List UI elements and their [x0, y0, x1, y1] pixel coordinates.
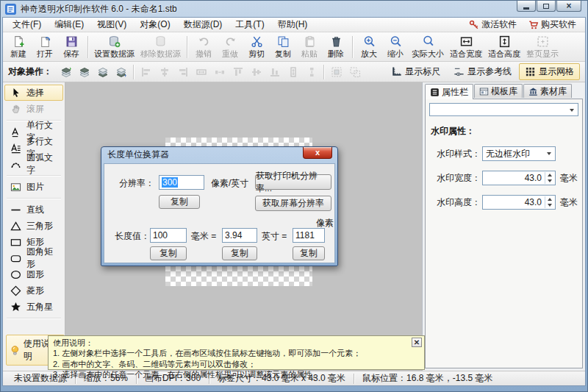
tool-select-label: 选择: [26, 87, 44, 99]
watermark-style-select[interactable]: 无边框水印: [482, 146, 556, 161]
equal-width-button[interactable]: [192, 64, 210, 80]
length-mm-input[interactable]: 100: [150, 228, 187, 243]
tab-templates[interactable]: 模板库: [474, 84, 523, 98]
tool-triangle[interactable]: 三角形: [4, 218, 63, 234]
align-right-button[interactable]: [173, 64, 192, 80]
minimize-button[interactable]: [517, 1, 536, 12]
tab-materials[interactable]: 素材库: [523, 84, 572, 98]
stepper-arrows[interactable]: [545, 196, 554, 208]
watermark-width-stepper[interactable]: 43.0: [482, 171, 556, 185]
tool-diamond[interactable]: 菱形: [4, 282, 63, 299]
help-line-3: 2. 画布中的文字、条码、二维码等元素均可以双击修改；: [53, 359, 409, 369]
stepper-arrows[interactable]: [545, 172, 554, 184]
toolbar-new-button[interactable]: 新建: [5, 34, 32, 60]
watermark-width-value: 43.0: [525, 173, 542, 183]
tool-line[interactable]: 直线: [4, 202, 63, 218]
get-screen-resolution-button[interactable]: 获取屏幕分辨率: [255, 196, 331, 211]
distribute-vertical-button[interactable]: [302, 64, 320, 80]
copy-resolution-button[interactable]: 复制: [159, 195, 200, 209]
align-middle-button[interactable]: [247, 64, 265, 80]
panel-tabs: 属性栏 模板库 素材库: [423, 82, 585, 98]
send-to-back-button[interactable]: [112, 64, 130, 80]
toolbar-redo-button[interactable]: 重做: [217, 34, 243, 60]
objectbar-separator: [133, 65, 134, 79]
menu-tools[interactable]: 工具(T): [229, 17, 270, 32]
menu-object[interactable]: 对象(O): [133, 17, 176, 32]
toolbar-zoom-in-button[interactable]: 放大: [356, 34, 382, 60]
titlebar[interactable]: 神奇透明水印制作软件 6.0 - 未命名1.stb ×: [1, 1, 587, 17]
show-guides-toggle[interactable]: 显示参考线: [448, 63, 517, 80]
distribute-horizontal-button[interactable]: [210, 64, 229, 80]
buy-software-link[interactable]: 购买软件: [523, 18, 582, 31]
toolbar-zoom-out-button[interactable]: 缩小: [382, 34, 409, 60]
help-close-icon[interactable]: ✕: [412, 338, 422, 347]
watermark-height-stepper[interactable]: 43.0: [482, 195, 556, 210]
align-center-horizontal-button[interactable]: [155, 64, 173, 80]
dialog-close-button[interactable]: x: [303, 147, 332, 159]
toolbar-fit-width-button[interactable]: 适合宽度: [447, 34, 485, 60]
toolbar-save-button[interactable]: 保存: [58, 34, 85, 60]
toolbar-cut-button[interactable]: 剪切: [243, 34, 270, 60]
toolbar-separator: [352, 36, 353, 58]
ungroup-button[interactable]: [345, 64, 364, 80]
menu-edit[interactable]: 编辑(E): [48, 17, 90, 32]
unit-converter-dialog: 长度单位换算器 x 分辨率： 300 像素/英寸 获取打印机分辨率... 复制 …: [101, 146, 338, 266]
app-icon: [5, 4, 16, 15]
activate-software-label: 激活软件: [481, 18, 517, 31]
toolbar-fit-height-button[interactable]: 适合高度: [485, 34, 523, 60]
toolbar-paste-button[interactable]: 粘贴: [296, 34, 323, 60]
menu-help[interactable]: 帮助(H): [271, 17, 315, 32]
get-printer-resolution-button[interactable]: 获取打印机分辨率...: [255, 174, 331, 190]
toolbar-delete-button[interactable]: 删除: [323, 34, 349, 60]
length-inch-input[interactable]: 3.94: [222, 228, 257, 243]
image-icon: [9, 181, 23, 193]
align-top-button[interactable]: [229, 64, 247, 80]
bring-forward-button[interactable]: [75, 64, 93, 80]
maximize-button[interactable]: [537, 1, 556, 12]
equal-height-button[interactable]: [284, 64, 302, 80]
toolbar-full-page-button[interactable]: 整页显示: [523, 34, 562, 60]
dialog-titlebar[interactable]: 长度单位换算器: [101, 147, 337, 163]
design-canvas[interactable]: 长度单位换算器 x 分辨率： 300 像素/英寸 获取打印机分辨率... 复制 …: [65, 82, 422, 371]
show-ruler-label: 显示标尺: [405, 65, 440, 78]
tool-select[interactable]: 选择: [4, 85, 63, 101]
redo-icon: [224, 35, 237, 49]
toolbar-actual-size-button[interactable]: 实际大小: [409, 34, 447, 60]
menu-view[interactable]: 视图(V): [90, 17, 133, 32]
main-toolbar: 新建 打开 保存 设置数据源 移除数据源 撤销: [3, 32, 585, 62]
element-selector-combobox[interactable]: [429, 103, 578, 116]
close-button[interactable]: ×: [556, 1, 581, 12]
length-px-input[interactable]: 1181: [293, 228, 325, 243]
toolbar-open-button[interactable]: 打开: [32, 34, 58, 60]
copy-inch-button[interactable]: 复制: [222, 246, 257, 260]
copy-px-button[interactable]: 复制: [293, 246, 325, 260]
objectbar-separator: [323, 65, 324, 79]
resolution-input[interactable]: 300: [159, 175, 204, 190]
tool-star[interactable]: 五角星: [4, 299, 63, 315]
tool-arc-text[interactable]: 圆弧文字: [4, 156, 63, 172]
tool-image[interactable]: 图片: [4, 179, 63, 195]
arrow-up-icon: [548, 174, 552, 177]
align-left-button[interactable]: [137, 64, 155, 80]
group-button[interactable]: [327, 64, 345, 80]
toolbar-undo-button[interactable]: 撤销: [190, 34, 217, 60]
tab-properties[interactable]: 属性栏: [425, 84, 473, 99]
bring-to-front-button[interactable]: [57, 64, 75, 80]
toolbar-set-datasource-button[interactable]: 设置数据源: [91, 34, 137, 60]
resolution-unit-label: 像素/英寸: [211, 177, 248, 190]
align-bottom-button[interactable]: [265, 64, 284, 80]
copy-mm-button[interactable]: 复制: [150, 246, 187, 260]
menu-file[interactable]: 文件(F): [6, 17, 48, 32]
tool-pan[interactable]: 滚屏: [4, 101, 63, 117]
toolbar-remove-datasource-button[interactable]: 移除数据源: [137, 34, 184, 60]
send-backward-button[interactable]: [93, 64, 112, 80]
show-guides-label: 显示参考线: [467, 65, 512, 78]
toolbar-copy-button[interactable]: 复制: [270, 34, 296, 60]
tool-rounded-rectangle[interactable]: 圆角矩形: [4, 250, 63, 266]
activate-software-link[interactable]: 激活软件: [463, 18, 523, 31]
watermark-style-label: 水印样式：: [437, 148, 482, 160]
show-grid-toggle[interactable]: 显示网格: [519, 63, 580, 80]
rectangle-icon: [9, 236, 23, 248]
menu-datasource[interactable]: 数据源(D): [177, 17, 229, 32]
show-ruler-toggle[interactable]: 显示标尺: [385, 63, 446, 80]
